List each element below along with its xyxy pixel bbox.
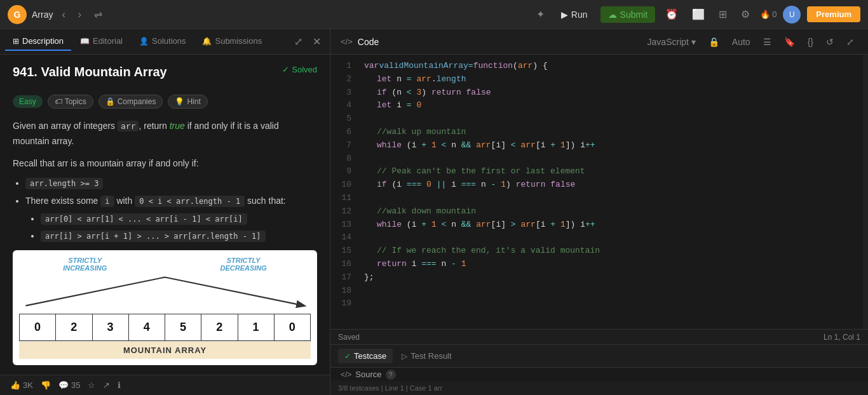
tab-submissions[interactable]: 🔔 Submissions bbox=[194, 32, 269, 51]
code-line-8 bbox=[364, 152, 863, 166]
submit-button[interactable]: ☁ Submit bbox=[600, 6, 656, 23]
line-numbers: 1 2 3 4 5 6 7 8 9 10 11 12 13 14 15 16 1… bbox=[330, 55, 359, 329]
bottom-status-bar: 3/8 testcases | Line 1 | Case 1 arr bbox=[330, 381, 868, 395]
code-line-5 bbox=[364, 112, 863, 126]
logo-button[interactable]: G bbox=[8, 5, 27, 24]
left-panel: ⊞ Description 📖 Editorial 👤 Solutions 🔔 … bbox=[0, 29, 330, 395]
expand-button[interactable]: ⤢ bbox=[290, 34, 306, 50]
strictly-increasing-label: STRICTLYINCREASING bbox=[63, 257, 107, 272]
source-tab[interactable]: </> Source ? bbox=[341, 370, 396, 380]
ln-16: 16 bbox=[330, 258, 351, 271]
source-tag: </> bbox=[341, 370, 351, 379]
run-button[interactable]: ▶ Run bbox=[555, 6, 594, 23]
code-line-6: //walk up mountain bbox=[364, 126, 863, 139]
format-button[interactable]: ☰ bbox=[759, 35, 775, 49]
panel-actions: ⤢ ✕ bbox=[290, 34, 325, 50]
ln-3: 3 bbox=[330, 86, 351, 100]
saved-status: Saved bbox=[338, 333, 360, 342]
share-button[interactable]: ↗ bbox=[103, 380, 110, 390]
bookmark-button[interactable]: 🔖 bbox=[780, 35, 799, 49]
ln-17: 17 bbox=[330, 271, 351, 285]
testcase-icon: ✓ bbox=[344, 352, 351, 361]
code-line-14 bbox=[364, 231, 863, 244]
code-panel-title: Code bbox=[358, 37, 379, 47]
settings-code-button[interactable]: {} bbox=[804, 35, 817, 49]
nav-prev-button[interactable]: ‹ bbox=[58, 6, 69, 23]
ln-7: 7 bbox=[330, 139, 351, 152]
source-label: Source bbox=[355, 370, 381, 379]
star-icon: ☆ bbox=[88, 380, 95, 390]
collapse-button[interactable]: ✕ bbox=[309, 34, 325, 50]
editor-scrollbar[interactable] bbox=[863, 55, 868, 329]
code-line-7: while (i + 1 < n && arr[i] < arr[i + 1])… bbox=[364, 139, 863, 152]
dislike-button[interactable]: 👎 bbox=[41, 380, 51, 390]
ln-8: 8 bbox=[330, 152, 351, 166]
undo-button[interactable]: ↺ bbox=[822, 35, 837, 49]
comment-icon: 💬 bbox=[58, 380, 69, 390]
tab-test-result[interactable]: ▷ Test Result bbox=[395, 349, 458, 363]
companies-badge[interactable]: 🔒 Companies bbox=[98, 95, 163, 109]
code-line-10: if (i === 0 || i === n - 1) return false bbox=[364, 178, 863, 192]
cell-7: 0 bbox=[275, 314, 310, 340]
stars-icon-button[interactable]: ✦ bbox=[532, 6, 548, 23]
recall-paragraph: Recall that arr is a mountain array if a… bbox=[13, 158, 317, 168]
user-avatar[interactable]: U bbox=[783, 6, 801, 23]
mountain-cells: 0 2 3 4 5 2 1 0 bbox=[19, 314, 311, 341]
bulb-icon: 💡 bbox=[175, 97, 184, 106]
premium-button[interactable]: Premium bbox=[807, 6, 860, 22]
fire-icon: 🔥 bbox=[760, 10, 770, 19]
cell-4: 5 bbox=[165, 314, 201, 340]
grid-button[interactable]: ⊞ bbox=[715, 6, 731, 23]
fullscreen-button[interactable]: ⤢ bbox=[843, 35, 858, 49]
shuffle-button[interactable]: ⇌ bbox=[90, 6, 106, 23]
topics-badge[interactable]: 🏷 Topics bbox=[48, 95, 93, 109]
code-line-16: return i === n - 1 bbox=[364, 258, 863, 271]
ln-13: 13 bbox=[330, 218, 351, 232]
problem-title-heading: 941. Valid Mountain Array bbox=[13, 65, 167, 79]
ln-9: 9 bbox=[330, 165, 351, 178]
ln-11: 11 bbox=[330, 192, 351, 205]
timer-button[interactable]: ⏰ bbox=[661, 6, 682, 23]
code-line-11 bbox=[364, 192, 863, 205]
description-tab-icon: ⊞ bbox=[13, 37, 19, 46]
code-line-4: let i = 0 bbox=[364, 99, 863, 112]
difficulty-badge[interactable]: Easy bbox=[13, 95, 43, 108]
auto-button[interactable]: Auto bbox=[728, 35, 754, 49]
solved-badge: ✓ Solved bbox=[282, 65, 317, 74]
settings-button[interactable]: ⚙ bbox=[737, 6, 754, 23]
hint-badge[interactable]: 💡 Hint bbox=[168, 95, 207, 109]
tab-testcase[interactable]: ✓ Testcase bbox=[338, 349, 393, 363]
code-header-actions: JavaScript ▾ 🔒 Auto ☰ 🔖 {} ↺ ⤢ bbox=[644, 35, 858, 49]
bottom-bar-left: 👍 3K 👎 💬 35 ☆ ↗ ℹ bbox=[0, 375, 330, 395]
comment-button[interactable]: 💬 35 bbox=[58, 380, 80, 390]
like-button[interactable]: 👍 3K bbox=[10, 380, 33, 390]
code-content[interactable]: var validMountainArray = function (arr) … bbox=[359, 55, 863, 329]
code-line-1: var validMountainArray = function (arr) … bbox=[364, 60, 863, 73]
info-button[interactable]: ℹ bbox=[118, 380, 121, 390]
language-selector[interactable]: JavaScript ▾ bbox=[644, 35, 700, 49]
tab-editorial[interactable]: 📖 Editorial bbox=[72, 32, 130, 51]
tab-solutions[interactable]: 👤 Solutions bbox=[132, 32, 193, 51]
layout-button[interactable]: ⬜ bbox=[688, 6, 709, 23]
code-line-17: }; bbox=[364, 271, 863, 285]
lock-button[interactable]: 🔒 bbox=[705, 35, 723, 49]
submissions-tab-icon: 🔔 bbox=[202, 37, 212, 46]
condition-length: arr.length >= 3 bbox=[25, 176, 317, 190]
condition-exists: There exists some i with 0 < i < arr.len… bbox=[25, 194, 317, 243]
star-button[interactable]: ☆ bbox=[88, 380, 95, 390]
check-icon: ✓ bbox=[282, 65, 289, 74]
testcase-status: 3/8 testcases | Line 1 | Case 1 arr bbox=[338, 384, 442, 392]
code-panel-header: </> Code JavaScript ▾ 🔒 Auto ☰ 🔖 {} ↺ ⤢ bbox=[330, 29, 868, 55]
tab-description[interactable]: ⊞ Description bbox=[5, 32, 71, 51]
main-layout: ⊞ Description 📖 Editorial 👤 Solutions 🔔 … bbox=[0, 29, 868, 395]
ln-19: 19 bbox=[330, 297, 351, 311]
nav-next-button[interactable]: › bbox=[74, 6, 85, 23]
thumbs-down-icon: 👎 bbox=[41, 380, 51, 390]
source-help-icon[interactable]: ? bbox=[386, 370, 396, 380]
code-line-12: //walk down mountain bbox=[364, 205, 863, 218]
sub-condition-decreasing: arr[i] > arr[i + 1] > ... > arr[arr.leng… bbox=[41, 229, 317, 243]
submissions-tab-label: Submissions bbox=[215, 36, 262, 46]
sub-conditions: arr[0] < arr[1] < ... < arr[i - 1] < arr… bbox=[25, 211, 317, 243]
solutions-tab-icon: 👤 bbox=[139, 37, 149, 46]
ln-14: 14 bbox=[330, 231, 351, 244]
